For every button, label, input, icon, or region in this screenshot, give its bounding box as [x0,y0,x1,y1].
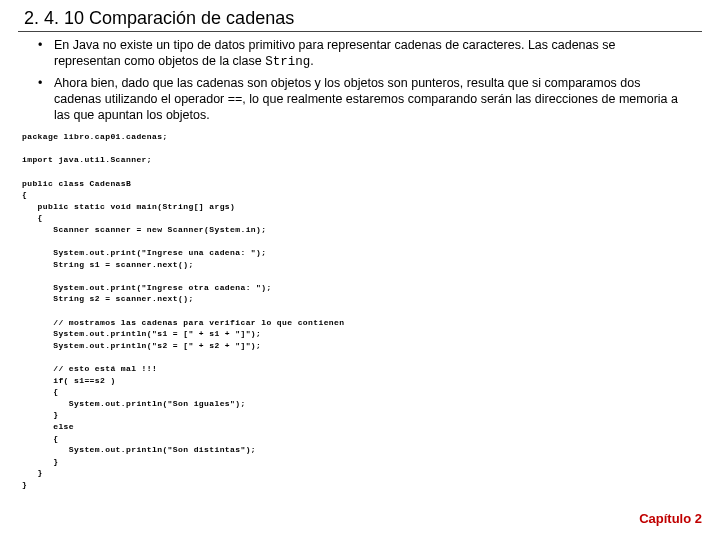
section-title: 2. 4. 10 Comparación de cadenas [18,8,702,32]
chapter-label: Capítulo 2 [639,511,702,526]
bullet-text-code: String [265,55,310,69]
bullet-item: En Java no existe un tipo de datos primi… [54,38,702,70]
bullet-text-post: . [310,54,313,68]
code-sample: package libro.cap01.cadenas; import java… [18,131,702,490]
bullet-text-pre: En Java no existe un tipo de datos primi… [54,38,615,68]
bullet-item: Ahora bien, dado que las cadenas son obj… [54,76,702,123]
bullet-text-pre: Ahora bien, dado que las cadenas son obj… [54,76,678,121]
bullet-list: En Java no existe un tipo de datos primi… [18,38,702,123]
